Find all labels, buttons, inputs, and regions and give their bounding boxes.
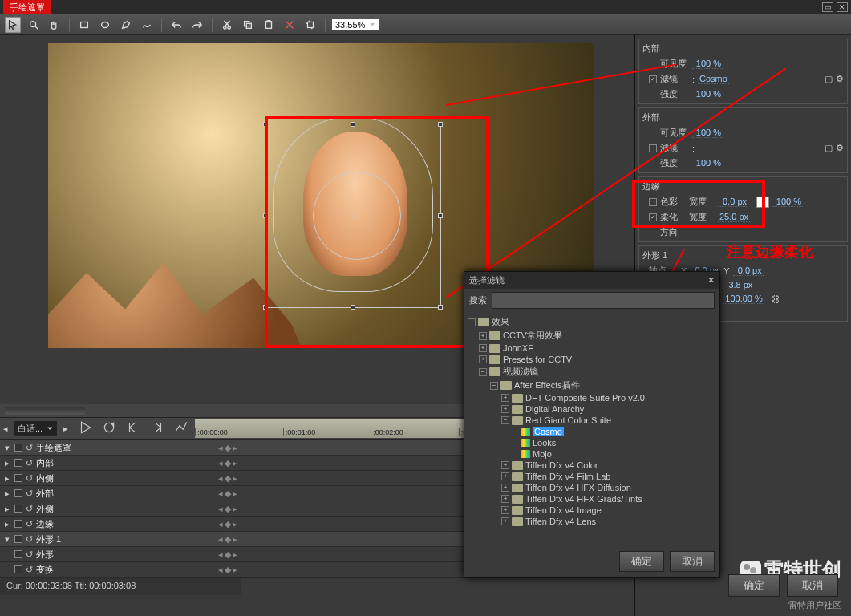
window-maximize-icon[interactable]: ▭ [822, 2, 833, 12]
dialog-title: 选择滤镜 [469, 274, 505, 286]
track-item[interactable]: ▸↺边缘◂◆▸ [0, 517, 241, 532]
freehand-tool[interactable] [139, 17, 155, 33]
dialog-cancel-button[interactable]: 取消 [670, 551, 715, 572]
dialog-ok-button[interactable]: 确定 [619, 551, 664, 572]
svg-point-3 [224, 26, 227, 29]
link-icon[interactable]: ⛓ [771, 294, 780, 304]
apply-icon[interactable]: ▢ [825, 143, 833, 153]
svg-rect-1 [81, 22, 88, 27]
track-root[interactable]: ▾↺ 手绘遮罩 ◂◆▸ [0, 440, 241, 456]
apply-icon[interactable]: ▢ [825, 74, 833, 84]
viewer-slider[interactable] [5, 407, 85, 415]
filter-checkbox[interactable]: ✓ [649, 75, 657, 83]
visibility-value[interactable]: 100 % [692, 59, 723, 69]
prev-button[interactable]: ◂ [0, 424, 11, 434]
track-item[interactable]: ▸↺变换◂◆▸ [0, 562, 241, 578]
graph-button[interactable] [174, 420, 188, 436]
mode-combo[interactable]: 白话... [14, 421, 57, 436]
crop-button[interactable] [302, 17, 318, 33]
window-title: 手绘遮罩 [3, 0, 51, 16]
svg-point-4 [228, 26, 231, 29]
track-item[interactable]: ▸↺外侧◂◆▸ [0, 501, 241, 517]
ellipse-tool[interactable] [97, 17, 113, 33]
chevron-down-icon [368, 21, 376, 29]
rectangle-tool[interactable] [76, 17, 92, 33]
group-inner: 内部 可见度100 % ✓滤镜:Cosmo▢⚙ 强度100 % [638, 38, 848, 104]
group-edge: 边缘 色彩宽度0.0 px100 % ✓柔化宽度25.0 px 方向 [638, 176, 848, 242]
step-back-button[interactable] [126, 420, 140, 436]
svg-rect-9 [308, 22, 314, 27]
redo-button[interactable] [189, 17, 205, 33]
zoom-combo[interactable]: 33.55% [332, 19, 379, 30]
track-item[interactable]: ▸↺外部◂◆▸ [0, 486, 241, 501]
cut-button[interactable] [219, 17, 235, 33]
pen-tool[interactable] [118, 17, 134, 33]
filter-tree[interactable]: −效果 +CCTV常用效果 +JohnXF +Presets for CCTV … [464, 312, 719, 546]
anchor-cross-icon: + [351, 210, 358, 223]
main-action-buttons: 确定 取消 [723, 574, 838, 597]
svg-point-0 [30, 21, 36, 26]
copy-button[interactable] [240, 17, 256, 33]
magnify-tool[interactable] [26, 17, 42, 33]
close-icon[interactable]: ✕ [707, 275, 715, 286]
track-shape-group[interactable]: ▾↺外形 1◂◆▸ [0, 532, 241, 547]
gear-icon[interactable]: ⚙ [836, 143, 844, 153]
group-outer: 外部 可见度100 % 滤镜:▢⚙ 强度100 % [638, 107, 848, 173]
gear-icon[interactable]: ⚙ [836, 74, 844, 84]
status-bar: Cur: 00:00:03:08 Ttl: 00:00:03:08 [0, 578, 241, 595]
loop-button[interactable] [102, 420, 116, 436]
play-button[interactable] [78, 420, 92, 436]
window-titlebar: 手绘遮罩 ▭ ✕ [0, 0, 851, 14]
paste-button[interactable] [261, 17, 277, 33]
delete-button[interactable] [282, 17, 298, 33]
main-toolbar: 33.55% [0, 14, 851, 35]
window-close-icon[interactable]: ✕ [837, 2, 848, 12]
ok-button[interactable]: 确定 [728, 574, 780, 597]
color-swatch[interactable] [756, 197, 769, 208]
tree-item-cosmo: Cosmo [468, 426, 716, 437]
soften-value[interactable]: 25.0 px [718, 212, 750, 222]
cancel-button[interactable]: 取消 [787, 574, 838, 597]
step-fwd-button[interactable] [150, 420, 164, 436]
filter-picker-dialog: 选择滤镜✕ 搜索 −效果 +CCTV常用效果 +JohnXF +Presets … [464, 271, 720, 578]
track-header-panel: ▾↺ 手绘遮罩 ◂◆▸ ▸↺内部◂◆▸ ▸↺内侧◂◆▸ ▸↺外部◂◆▸ ▸↺外侧… [0, 440, 241, 616]
svg-point-2 [102, 22, 109, 27]
search-input[interactable] [492, 292, 715, 309]
track-item[interactable]: ▸↺外形◂◆▸ [0, 547, 241, 562]
track-item[interactable]: ▸↺内部◂◆▸ [0, 456, 241, 471]
strength-value[interactable]: 100 % [692, 89, 723, 99]
filter-value[interactable]: Cosmo [698, 74, 729, 84]
undo-button[interactable] [168, 17, 184, 33]
arrow-tool[interactable] [5, 17, 21, 33]
next-button[interactable]: ▸ [60, 424, 71, 434]
hand-tool[interactable] [47, 17, 63, 33]
track-item[interactable]: ▸↺内侧◂◆▸ [0, 471, 241, 486]
watermark-text: 雷特用户社区 [788, 599, 841, 611]
filter-checkbox[interactable] [649, 144, 657, 152]
